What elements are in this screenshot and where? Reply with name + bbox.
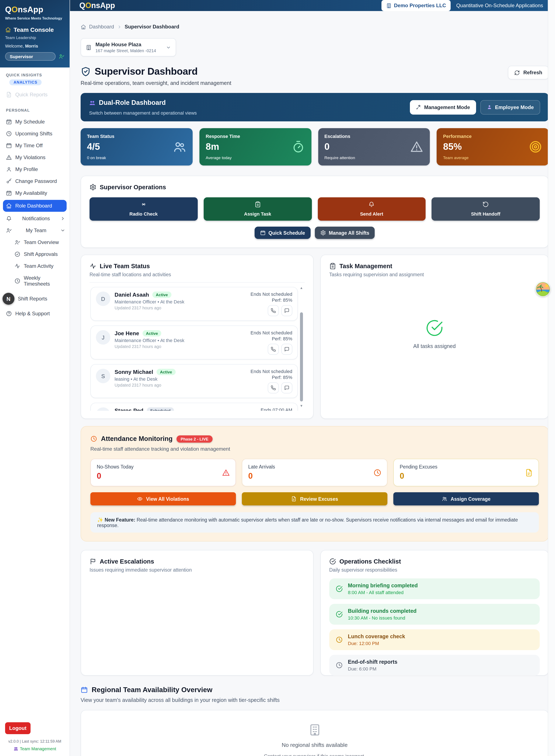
radio-check-button[interactable]: Radio Check	[89, 197, 198, 221]
assign-task-button[interactable]: Assign Task	[204, 197, 312, 221]
sidebar-header: QOnsApp Where Service Meets Technology T…	[0, 0, 70, 68]
management-mode-button[interactable]: Management Mode	[410, 100, 476, 114]
home-icon	[5, 27, 11, 33]
manage-all-shifts-button[interactable]: Manage All Shifts	[315, 226, 375, 239]
sidebar-item-shift-reports[interactable]: N Shift Reports	[0, 290, 70, 308]
message-button[interactable]	[281, 382, 292, 393]
scroll-up-arrow[interactable]: ▲	[299, 286, 304, 290]
sidebar-footer: Logout v2.0.0 | Last sync: 12:11:59 AM T…	[0, 722, 70, 756]
team-management-link[interactable]: Team Management	[0, 747, 70, 751]
status-badge: Active	[142, 330, 162, 337]
tasks-empty-state: All tasks assigned	[321, 319, 548, 349]
assign-coverage-button[interactable]: Assign Coverage	[393, 492, 539, 505]
live-team-status-card: Live Team Status Real-time staff locatio…	[81, 255, 313, 419]
organization-button[interactable]: Demo Properties LLC	[381, 0, 451, 11]
no-shows-card: No-Shows Today 0	[90, 459, 236, 486]
check-circle-icon	[329, 558, 336, 565]
member-name: Sonny Michael	[115, 369, 153, 375]
sidebar-item-my-team[interactable]: My Team	[0, 224, 70, 236]
checklist-item: Lunch coverage check Due: 12:00 PM	[329, 629, 540, 650]
users-icon	[89, 99, 95, 106]
warning-triangle-icon	[410, 140, 424, 154]
logout-button[interactable]: Logout	[5, 722, 31, 734]
breadcrumb-dashboard[interactable]: Dashboard	[89, 24, 114, 30]
calendar-icon	[6, 142, 12, 149]
app-subtitle: Quantitative On-Schedule Applications	[456, 3, 543, 8]
building-icon	[308, 723, 322, 737]
building-selector[interactable]: Maple House Plaza 167 maple Street, Mald…	[81, 38, 176, 56]
sidebar-item-my-schedule[interactable]: My Schedule	[0, 116, 70, 128]
message-button[interactable]	[281, 344, 292, 355]
sidebar: QOnsApp Where Service Meets Technology T…	[0, 0, 70, 756]
call-button[interactable]	[268, 344, 279, 355]
warning-triangle-icon	[6, 155, 12, 160]
bell-icon	[369, 201, 375, 208]
employee-mode-button[interactable]: Employee Mode	[480, 100, 540, 114]
building-address: 167 maple Street, Malden -0214	[95, 48, 156, 53]
eye-icon	[137, 496, 143, 502]
scroll-down-arrow[interactable]: ▼	[299, 404, 304, 408]
sidebar-item-team-activity[interactable]: Team Activity	[12, 260, 70, 272]
main-area: QOnsApp Demo Properties LLC Quantitative…	[70, 0, 555, 756]
island-sticker-widget[interactable]	[536, 282, 550, 297]
shift-handoff-button[interactable]: Shift Handoff	[432, 197, 540, 221]
refresh-button[interactable]: Refresh	[508, 66, 549, 79]
live-team-title: Live Team Status	[100, 263, 150, 269]
team-member-row: D Daniel Asaah Active Maintenance Office…	[90, 287, 298, 321]
sidebar-item-team-overview[interactable]: Team Overview	[12, 236, 70, 248]
view-all-violations-button[interactable]: View All Violations	[90, 492, 236, 505]
stat-card-escalations: Escalations 0 Require attention	[318, 128, 430, 166]
sidebar-item-shift-approvals[interactable]: Shift Approvals	[12, 248, 70, 260]
clock-icon	[6, 131, 12, 137]
console-subtitle: Team Leadership	[5, 35, 65, 40]
building-icon	[386, 3, 391, 8]
user-check-icon	[14, 239, 20, 245]
status-badge: Active	[157, 369, 175, 375]
extension-overlay-badge[interactable]: N	[3, 293, 14, 305]
supervisor-operations-card: Supervisor Operations Radio Check Assign…	[81, 176, 549, 248]
chevron-down-icon	[166, 45, 171, 50]
call-button[interactable]	[268, 382, 279, 393]
pending-excuses-card: Pending Excuses 0	[393, 459, 539, 486]
avatar: J	[96, 330, 110, 345]
activity-icon	[14, 263, 20, 269]
review-excuses-button[interactable]: Review Excuses	[242, 492, 387, 505]
scrollbar-thumb[interactable]	[300, 312, 303, 402]
sidebar-item-change-password[interactable]: Change Password	[0, 175, 70, 187]
page-scrollbar[interactable]	[548, 0, 555, 756]
sidebar-item-notifications[interactable]: Notifications	[0, 213, 70, 224]
breadcrumb: Dashboard Supervisor Dashboard	[81, 24, 549, 30]
check-circle-icon	[14, 251, 20, 257]
section-quick-insights: QUICK INSIGHTS	[0, 73, 70, 77]
calendar-check-icon	[6, 119, 12, 125]
chevron-down-icon	[60, 228, 66, 233]
stat-card-team-status: Team Status 4/5 0 on break	[81, 128, 193, 166]
calendar-icon	[260, 230, 265, 236]
message-button[interactable]	[281, 305, 292, 316]
call-button[interactable]	[268, 305, 279, 316]
sidebar-item-help-support[interactable]: Help & Support	[0, 308, 70, 320]
refresh-icon	[514, 70, 520, 75]
sidebar-item-weekly-timesheets[interactable]: Weekly Timesheets	[12, 272, 70, 290]
send-alert-button[interactable]: Send Alert	[317, 197, 426, 221]
clock-icon	[336, 636, 343, 643]
quick-schedule-button[interactable]: Quick Schedule	[254, 226, 311, 239]
attendance-monitoring-card: Attendance Monitoring Phase 2 - LIVE Rea…	[81, 426, 549, 542]
my-team-submenu: Team Overview Shift Approvals Team Activ…	[0, 236, 70, 290]
list-scrollbar[interactable]: ▲ ▼	[299, 286, 304, 408]
sidebar-item-role-dashboard[interactable]: Role Dashboard	[3, 200, 67, 212]
sidebar-item-upcoming-shifts[interactable]: Upcoming Shifts	[0, 128, 70, 140]
clipboard-icon	[254, 201, 261, 208]
warning-triangle-icon	[222, 468, 230, 476]
sidebar-item-my-profile[interactable]: My Profile	[0, 163, 70, 175]
sidebar-item-my-availability[interactable]: My Availability	[0, 187, 70, 199]
chevron-right-icon	[60, 216, 66, 221]
tools-icon	[416, 104, 421, 110]
phone-icon	[271, 308, 276, 313]
escalations-title: Active Escalations	[100, 558, 154, 565]
sidebar-item-my-violations[interactable]: My Violations	[0, 152, 70, 163]
bell-icon	[6, 216, 12, 221]
sidebar-item-my-time-off[interactable]: My Time Off	[0, 140, 70, 152]
home-icon	[6, 203, 12, 209]
chat-icon	[284, 308, 289, 313]
